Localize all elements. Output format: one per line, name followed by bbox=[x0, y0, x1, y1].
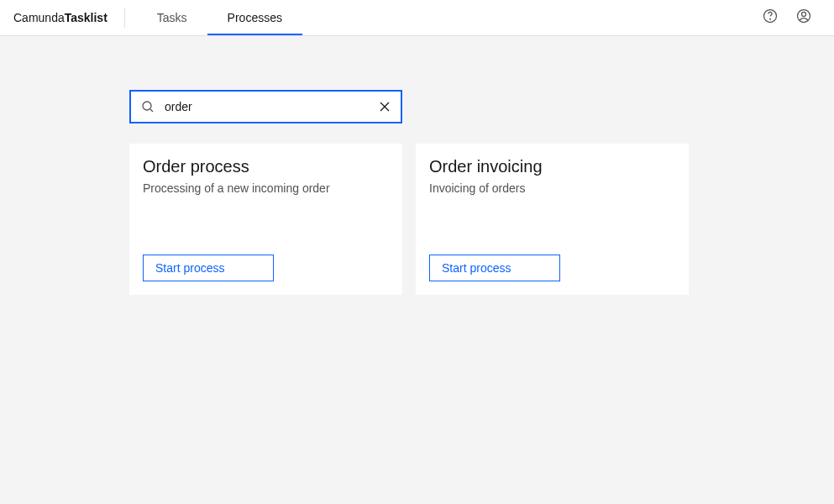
process-card: Order process Processing of a new incomi… bbox=[129, 144, 402, 295]
process-card: Order invoicing Invoicing of orders Star… bbox=[416, 144, 689, 295]
clear-search-button[interactable] bbox=[379, 101, 391, 113]
brand-name-light: Camunda bbox=[13, 11, 65, 24]
help-icon bbox=[762, 8, 779, 28]
help-button[interactable] bbox=[753, 1, 787, 34]
user-icon bbox=[795, 8, 812, 28]
start-process-button[interactable]: Start process bbox=[429, 255, 560, 281]
search-icon bbox=[141, 100, 155, 113]
process-card-description: Invoicing of orders bbox=[429, 181, 675, 255]
brand-name-bold: Tasklist bbox=[65, 11, 108, 24]
svg-point-3 bbox=[802, 12, 806, 16]
user-button[interactable] bbox=[787, 1, 821, 34]
brand: Camunda Tasklist bbox=[13, 8, 125, 28]
search-box bbox=[129, 90, 402, 123]
nav-processes-label: Processes bbox=[228, 11, 282, 24]
header: Camunda Tasklist Tasks Processes bbox=[0, 0, 834, 36]
svg-point-1 bbox=[770, 18, 771, 19]
process-card-description: Processing of a new incoming order bbox=[143, 181, 389, 255]
process-card-title: Order process bbox=[143, 157, 389, 176]
search-input[interactable] bbox=[165, 100, 379, 113]
svg-point-4 bbox=[143, 102, 151, 110]
process-cards: Order process Processing of a new incomi… bbox=[129, 144, 834, 295]
content: Order process Processing of a new incomi… bbox=[0, 36, 834, 295]
start-process-button[interactable]: Start process bbox=[143, 255, 274, 281]
nav: Tasks Processes bbox=[137, 0, 302, 35]
process-card-title: Order invoicing bbox=[429, 157, 675, 176]
nav-tasks[interactable]: Tasks bbox=[137, 0, 207, 35]
svg-line-5 bbox=[150, 109, 153, 112]
nav-tasks-label: Tasks bbox=[157, 11, 187, 24]
nav-processes[interactable]: Processes bbox=[207, 0, 302, 35]
